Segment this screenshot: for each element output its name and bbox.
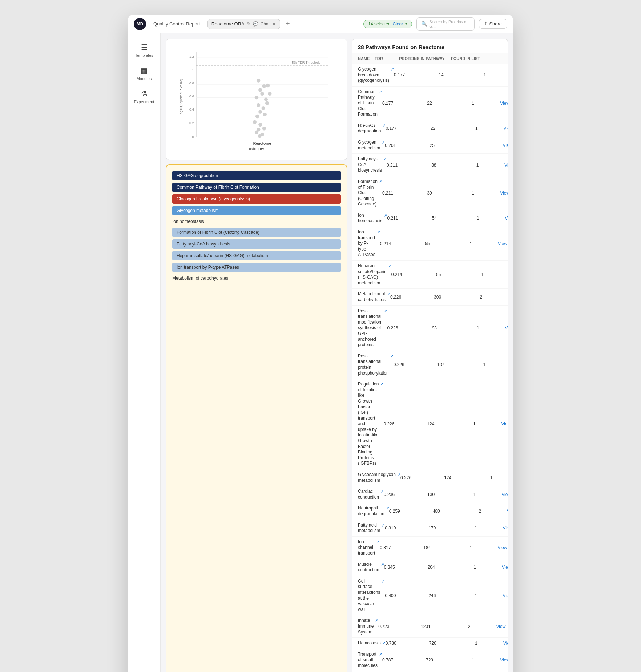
- row-fdr-11: 0.226: [394, 362, 415, 367]
- pathways-header: 28 Pathways Found on Reactome: [352, 39, 508, 53]
- row-proteins-13: 124: [422, 475, 473, 480]
- row-name-11: Post-translational protein phosphorylati…: [358, 353, 394, 376]
- row-found-11: 1: [466, 362, 503, 367]
- ext-link-icon-17[interactable]: ↗: [376, 540, 380, 544]
- row-fdr-3: 0.201: [385, 143, 407, 148]
- ext-link-icon-21[interactable]: ↗: [382, 641, 386, 645]
- inactive-tab[interactable]: Quality Control Report: [150, 21, 203, 27]
- legend-items: HS-GAG degradation Common Pathway of Fib…: [172, 171, 341, 282]
- view-button-3[interactable]: View: [494, 143, 508, 148]
- search-box[interactable]: 🔍 Search by Proteins or G...: [416, 17, 475, 31]
- row-fdr-12: 0.226: [383, 421, 405, 427]
- ext-link-icon-12[interactable]: ↗: [380, 382, 383, 387]
- active-tab[interactable]: Reactome ORA ✎ 💬 Chat ✕: [207, 19, 280, 29]
- ext-link-icon-14[interactable]: ↗: [380, 489, 384, 494]
- legend-item-0: HS-GAG degradation: [172, 171, 341, 180]
- row-found-2: 1: [458, 126, 495, 131]
- view-button-20[interactable]: View: [487, 624, 505, 629]
- row-name-0: Glycogen breakdown (glycogenolysis) ↗: [358, 67, 394, 84]
- view-button-17[interactable]: View: [489, 545, 507, 550]
- ext-link-icon-4[interactable]: ↗: [383, 157, 387, 161]
- ext-link-icon-18[interactable]: ↗: [381, 562, 384, 567]
- svg-point-27: [261, 106, 265, 110]
- edit-icon[interactable]: ✎: [247, 21, 251, 27]
- ext-link-icon-10[interactable]: ↗: [384, 309, 387, 313]
- share-button[interactable]: ⤴ Share: [479, 19, 507, 29]
- ext-link-icon-9[interactable]: ↗: [387, 292, 390, 296]
- view-button-12[interactable]: View: [492, 421, 508, 427]
- add-tab-button[interactable]: +: [285, 20, 291, 28]
- table-row: Muscle contraction ↗ 0.345 204 1 View: [352, 559, 508, 576]
- table-row: Cardiac conduction ↗ 0.236 130 1 View: [352, 486, 508, 503]
- ext-link-icon-2[interactable]: ↗: [382, 123, 386, 128]
- svg-text:0.6: 0.6: [189, 95, 194, 98]
- table-row: HS-GAG degradation ↗ 0.177 22 1 View: [352, 120, 508, 137]
- ext-link-icon-3[interactable]: ↗: [382, 140, 385, 145]
- legend-item-2: Glycogen breakdown (glycogenolysis): [172, 194, 341, 204]
- row-found-15: 2: [462, 509, 498, 514]
- ext-link-icon-8[interactable]: ↗: [388, 264, 391, 268]
- ext-link-icon-22[interactable]: ↗: [379, 652, 382, 657]
- view-button-1[interactable]: View: [491, 101, 508, 106]
- svg-point-22: [260, 92, 264, 96]
- row-proteins-14: 130: [406, 492, 456, 497]
- clear-button[interactable]: Clear: [393, 21, 403, 27]
- ext-link-icon-0[interactable]: ↗: [391, 67, 394, 72]
- sidebar-item-experiment[interactable]: ⚗ Experiment: [128, 86, 160, 108]
- legend-item-9: Metabolism of carbohydrates: [172, 274, 341, 282]
- view-button-14[interactable]: View: [493, 492, 508, 497]
- ext-link-icon-15[interactable]: ↗: [386, 506, 389, 511]
- view-button-16[interactable]: View: [494, 525, 508, 531]
- view-button-5[interactable]: View: [491, 191, 508, 196]
- view-button-8[interactable]: View: [500, 272, 508, 277]
- svg-text:0: 0: [192, 135, 194, 139]
- close-tab-icon[interactable]: ✕: [272, 21, 276, 27]
- row-fdr-8: 0.214: [391, 272, 413, 277]
- view-button-7[interactable]: View: [489, 241, 507, 246]
- row-fdr-5: 0.211: [382, 191, 404, 196]
- svg-point-30: [255, 115, 259, 118]
- view-button-9[interactable]: View: [499, 295, 508, 300]
- content-area: 0 0.2 0.4 0.6 0.8 1 1.2: [161, 33, 513, 672]
- view-button-18[interactable]: View: [493, 565, 508, 570]
- ext-link-icon-19[interactable]: ↗: [382, 579, 385, 584]
- ext-link-icon-13[interactable]: ↗: [397, 472, 400, 477]
- view-button-0[interactable]: View: [503, 72, 508, 77]
- view-button-21[interactable]: View: [495, 641, 508, 646]
- table-row: Post-translational modification: synthes…: [352, 306, 508, 351]
- view-button-15[interactable]: View: [498, 509, 508, 514]
- table-row: Cell surface interactions at the vascula…: [352, 576, 508, 616]
- row-found-8: 1: [464, 272, 500, 277]
- ext-link-icon-5[interactable]: ↗: [379, 179, 382, 184]
- row-name-7: Ion transport by P-type ATPases ↗: [358, 229, 380, 258]
- sidebar-item-templates[interactable]: ☰ Templates: [128, 39, 160, 61]
- sidebar: ☰ Templates ▦ Modules ⚗ Experiment ? Hel…: [128, 33, 161, 672]
- legend-item-5: Formation of Fibrin Clot (Clotting Casca…: [172, 228, 341, 237]
- row-proteins-5: 39: [404, 191, 455, 196]
- ext-link-icon-6[interactable]: ↗: [384, 213, 387, 218]
- view-button-10[interactable]: View: [496, 325, 508, 331]
- row-proteins-22: 729: [404, 657, 455, 663]
- view-button-19[interactable]: View: [494, 593, 508, 598]
- row-found-9: 2: [463, 295, 499, 300]
- row-proteins-17: 184: [402, 545, 452, 550]
- row-fdr-2: 0.177: [386, 126, 407, 131]
- ext-link-icon-7[interactable]: ↗: [377, 230, 380, 235]
- chevron-down-icon[interactable]: ▾: [405, 21, 407, 26]
- sidebar-item-modules[interactable]: ▦ Modules: [128, 63, 160, 84]
- ext-link-icon-16[interactable]: ↗: [382, 523, 385, 528]
- ext-link-icon-11[interactable]: ↗: [390, 354, 394, 359]
- ext-link-icon-20[interactable]: ↗: [375, 618, 378, 623]
- row-name-13: Glycosaminoglycan metabolism ↗: [358, 472, 400, 483]
- view-button-11[interactable]: View: [503, 362, 508, 367]
- row-fdr-0: 0.177: [394, 72, 416, 77]
- row-fdr-21: 0.786: [386, 641, 407, 646]
- view-button-22[interactable]: View: [491, 657, 508, 663]
- svg-point-18: [257, 79, 260, 82]
- view-button-6[interactable]: View: [496, 216, 508, 221]
- view-button-2[interactable]: View: [495, 126, 508, 131]
- row-proteins-12: 124: [405, 421, 456, 427]
- ext-link-icon-1[interactable]: ↗: [379, 89, 382, 94]
- view-button-4[interactable]: View: [496, 163, 508, 168]
- row-name-8: Heparan sulfate/heparin (HS-GAG) metabol…: [358, 263, 391, 286]
